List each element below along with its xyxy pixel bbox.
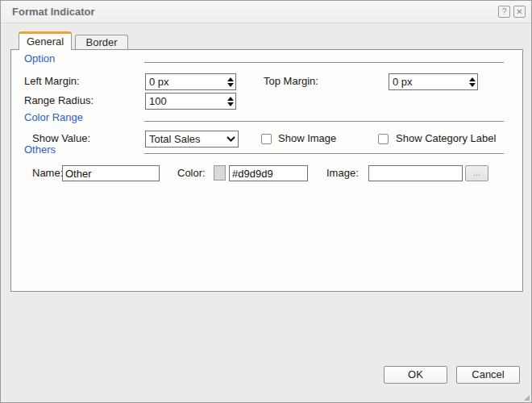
color-label: Color: [177, 165, 206, 181]
resize-grip-icon[interactable] [524, 395, 530, 401]
section-heading-others: Others [24, 143, 56, 156]
help-icon[interactable]: ? [498, 6, 510, 18]
show-value-selected: Total Sales [146, 133, 223, 145]
spinner-arrows-icon[interactable] [226, 93, 235, 109]
section-rule-others [144, 153, 504, 154]
left-margin-stepper[interactable]: 0 px [145, 73, 236, 90]
range-radius-label: Range Radius: [24, 93, 94, 109]
tab-border[interactable]: Border [75, 35, 128, 49]
section-heading-color-range: Color Range [24, 111, 83, 123]
section-rule-color-range [144, 121, 504, 122]
title-bar: Format Indicator ? ✕ [1, 1, 531, 23]
show-image-label: Show Image [278, 131, 336, 147]
show-category-label-checkbox[interactable] [378, 134, 389, 144]
range-radius-stepper[interactable]: 100 [145, 93, 236, 110]
show-value-select[interactable]: Total Sales [145, 131, 239, 147]
top-margin-value: 0 px [389, 76, 468, 88]
cancel-button[interactable]: Cancel [456, 366, 520, 384]
tab-general[interactable]: General [19, 31, 72, 50]
left-margin-label: Left Margin: [24, 73, 80, 89]
image-input[interactable] [368, 165, 463, 181]
close-icon[interactable]: ✕ [513, 6, 526, 18]
name-input[interactable] [62, 165, 160, 181]
show-image-checkbox[interactable] [261, 134, 272, 144]
format-indicator-dialog: Format Indicator ? ✕ General Border Opti… [0, 0, 532, 403]
ok-button[interactable]: OK [384, 366, 447, 384]
image-browse-button[interactable]: ... [465, 165, 488, 181]
chevron-down-icon [223, 136, 238, 142]
top-margin-stepper[interactable]: 0 px [389, 73, 478, 90]
name-label: Name: [32, 165, 63, 181]
dialog-title: Format Indicator [12, 1, 95, 23]
top-margin-label: Top Margin: [264, 73, 318, 89]
section-heading-option: Option [24, 52, 55, 64]
show-category-label-label: Show Category Label [396, 131, 496, 147]
spinner-arrows-icon[interactable] [226, 74, 235, 89]
color-input[interactable] [229, 165, 308, 181]
image-label: Image: [326, 165, 359, 181]
spinner-arrows-icon[interactable] [468, 74, 477, 89]
range-radius-value: 100 [146, 95, 226, 107]
general-tab-panel: Option Left Margin: 0 px Top Margin: 0 p… [10, 49, 523, 292]
section-rule-option [144, 62, 504, 63]
color-swatch[interactable] [214, 165, 226, 181]
left-margin-value: 0 px [146, 76, 226, 88]
